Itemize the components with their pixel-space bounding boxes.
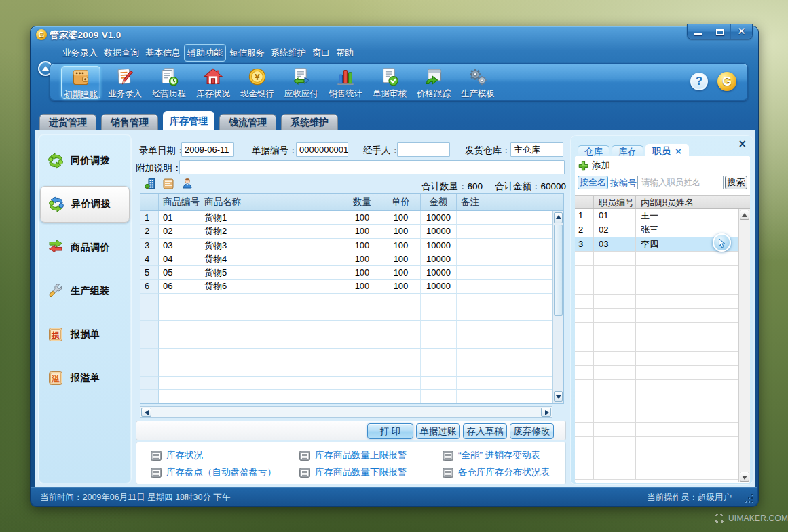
staff-table-empty-row[interactable] [575, 380, 750, 394]
staff-table-row[interactable]: 101王一 [575, 209, 750, 223]
report-link-stock-lower-limit-alarm[interactable]: 库存商品数量下限报警 [299, 467, 407, 478]
staff-scroll-down-button[interactable] [740, 472, 749, 482]
report-link-stock-taking[interactable]: 库存盘点（自动盘盈盘亏） [151, 467, 276, 478]
sidebar-item-loss-report[interactable]: 损报损单 [40, 316, 130, 353]
company-icon[interactable] [145, 178, 157, 190]
handler-input[interactable] [397, 142, 450, 157]
items-table-row[interactable]: 505货物510010010000 [140, 266, 552, 280]
items-table-empty-row[interactable] [140, 307, 552, 321]
items-table-hscrollbar[interactable] [140, 406, 552, 418]
resize-grip[interactable] [743, 493, 753, 502]
scroll-down-button[interactable] [554, 391, 563, 402]
scroll-right-button[interactable] [541, 408, 551, 417]
items-table-row[interactable]: 303货物310010010000 [140, 239, 552, 252]
tab-inventory[interactable]: 库存管理 [163, 111, 214, 130]
staff-table-empty-row[interactable] [575, 394, 750, 408]
maximize-button[interactable] [709, 24, 731, 39]
minimize-button[interactable] [688, 24, 709, 39]
search-by-code-button[interactable]: 按编号 [610, 177, 637, 189]
sidebar-item-diff-price-transfer[interactable]: 异价调拨 [40, 186, 130, 223]
staff-table-empty-row[interactable] [575, 323, 750, 337]
staff-table-empty-row[interactable] [575, 466, 750, 480]
report-link-warehouse-distribution-report[interactable]: 各仓库库存分布状况表 [443, 467, 550, 478]
print-button[interactable]: 打 印 [367, 423, 413, 439]
tab-purchase[interactable]: 进货管理 [39, 114, 96, 130]
tab-cashflow[interactable]: 钱流管理 [219, 114, 276, 130]
items-table-row[interactable]: 606货物610010010000 [140, 280, 552, 293]
staff-table-empty-row[interactable] [575, 408, 750, 423]
menu-item-window[interactable]: 窗口 [309, 45, 333, 61]
items-table-empty-row[interactable] [140, 362, 552, 376]
menu-item-auxiliary[interactable]: 辅助功能 [184, 44, 226, 62]
toolbar-item-production-template[interactable]: 生产模板 [458, 66, 498, 99]
goods-box-icon[interactable] [162, 178, 174, 190]
report-link-stock-status[interactable]: 库存状况 [151, 450, 203, 461]
items-table-row[interactable]: 404货物410010010000 [140, 252, 552, 266]
tab-system[interactable]: 系统维护 [281, 114, 338, 130]
staff-table-empty-row[interactable] [575, 252, 750, 266]
note-input[interactable] [179, 160, 565, 174]
items-table-empty-row[interactable] [140, 377, 552, 390]
menu-item-sms[interactable]: 短信服务 [227, 45, 267, 61]
sidebar-item-production-assembly[interactable]: 生产组装 [40, 273, 130, 309]
toolbar-item-stock-status[interactable]: 库存状况 [193, 66, 233, 99]
sidebar-item-same-price-transfer[interactable]: 同价调拨 [40, 142, 130, 179]
staff-search-input[interactable] [637, 176, 724, 189]
menu-item-business-entry[interactable]: 业务录入 [60, 45, 100, 61]
menu-item-help[interactable]: 帮助 [333, 45, 356, 61]
save-draft-button[interactable]: 存入草稿 [463, 423, 507, 439]
staff-table-empty-row[interactable] [575, 280, 750, 294]
toolbar-item-price-tracking[interactable]: 价格跟踪 [414, 66, 453, 99]
toolbar-item-cash-bank[interactable]: ¥现金银行 [238, 66, 277, 99]
post-button[interactable]: 单据过账 [416, 423, 460, 439]
toolbar-item-voucher-audit[interactable]: 单据审核 [370, 66, 409, 99]
scroll-left-button[interactable] [141, 408, 151, 417]
items-table-empty-row[interactable] [140, 294, 552, 307]
scroll-up-button[interactable] [554, 212, 563, 223]
items-table-row[interactable]: 202货物210010010000 [140, 225, 552, 238]
toolbar-item-receivable-payable[interactable]: 应收应付 [282, 66, 321, 99]
warehouse-input[interactable]: 主仓库 [510, 142, 563, 157]
menu-item-system-maintenance[interactable]: 系统维护 [268, 45, 309, 61]
vscroll-thumb[interactable] [554, 225, 563, 316]
staff-table-empty-row[interactable] [575, 423, 750, 437]
staff-table-vscrollbar[interactable] [738, 209, 750, 482]
items-table-empty-row[interactable] [140, 335, 552, 349]
menu-item-basic-info[interactable]: 基本信息 [143, 45, 183, 61]
date-input[interactable]: 2009-06-11 [181, 142, 234, 157]
staff-table-empty-row[interactable] [575, 366, 750, 380]
search-by-name-button[interactable]: 按全名 [578, 176, 608, 189]
person-icon[interactable] [181, 177, 193, 189]
panel-close-icon[interactable]: × [738, 138, 747, 150]
items-table-empty-row[interactable] [140, 390, 552, 403]
title-bar[interactable]: G 管家婆2009 V1.0 ✕ [31, 26, 758, 44]
staff-table-empty-row[interactable] [575, 266, 750, 280]
toolbar-item-sales-stats[interactable]: 销售统计 [326, 66, 365, 99]
search-button[interactable]: 搜索 [725, 176, 747, 189]
discard-button[interactable]: 废弃修改 [510, 423, 554, 439]
menu-item-data-query[interactable]: 数据查询 [101, 45, 142, 61]
items-table-empty-row[interactable] [140, 321, 552, 335]
toolbar-item-business-entry[interactable]: 业务录入 [105, 66, 145, 99]
report-link-stock-upper-limit-alarm[interactable]: 库存商品数量上限报警 [299, 450, 407, 461]
close-button[interactable]: ✕ [731, 24, 752, 39]
add-row[interactable]: 添加 [578, 159, 610, 172]
staff-table-empty-row[interactable] [575, 337, 750, 352]
staff-table-empty-row[interactable] [575, 437, 750, 451]
staff-scroll-up-button[interactable] [740, 210, 749, 220]
staff-table-empty-row[interactable] [575, 451, 750, 466]
doc-no-input[interactable]: 0000000001 [296, 142, 348, 157]
tab-sales[interactable]: 销售管理 [101, 114, 158, 130]
staff-table-empty-row[interactable] [575, 352, 750, 366]
report-link-almighty-flow-report[interactable]: “全能” 进销存变动表 [443, 450, 540, 461]
sidebar-item-goods-price-adjust[interactable]: 商品调价 [40, 229, 130, 266]
staff-table-empty-row[interactable] [575, 309, 750, 323]
toolbar-item-initial-setup[interactable]: 初期建账 [61, 66, 100, 99]
staff-table-empty-row[interactable] [575, 294, 750, 309]
sidebar-item-overflow-report[interactable]: 溢报溢单 [40, 360, 130, 396]
help-button[interactable]: ? [690, 73, 708, 90]
items-table-vscrollbar[interactable] [552, 211, 563, 403]
toolbar-item-business-history[interactable]: 经营历程 [149, 66, 189, 99]
items-table-row[interactable]: 101货物110010010000 [140, 211, 552, 225]
items-table-empty-row[interactable] [140, 349, 552, 362]
